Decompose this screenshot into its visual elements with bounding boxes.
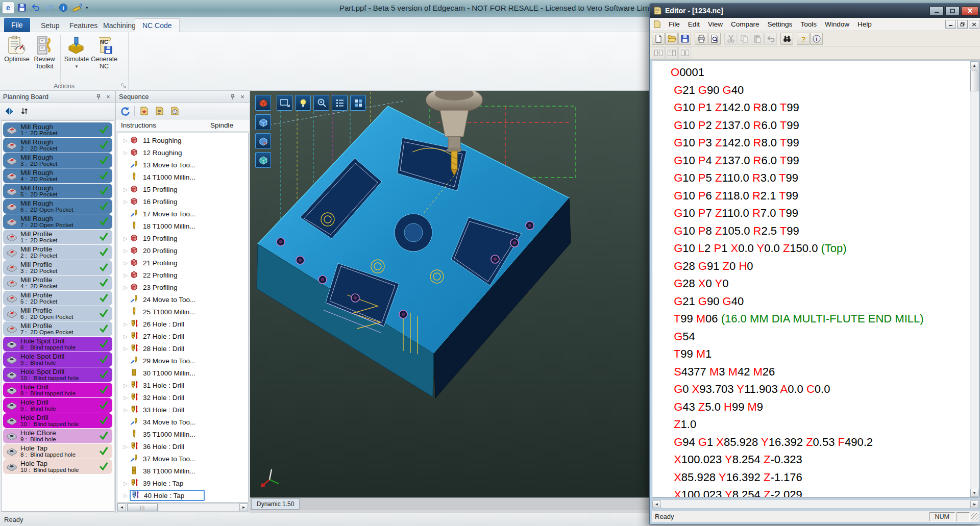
- scroll-left-arrow[interactable]: ◄: [117, 504, 126, 511]
- menu-file[interactable]: File: [665, 19, 684, 30]
- close-icon[interactable]: ×: [238, 93, 247, 101]
- sequence-item[interactable]: 37 Move to Too...: [117, 453, 248, 465]
- editor-titlebar[interactable]: Editor - [1234.nc]: [650, 4, 980, 18]
- print-button[interactable]: [695, 33, 707, 45]
- planning-item[interactable]: Mill Rough3 : 2D Pocket: [3, 153, 112, 168]
- expand-arrow[interactable]: ▷: [121, 187, 130, 192]
- planning-item[interactable]: Hole Drill8 : Blind tapped hole: [3, 383, 112, 397]
- ribbon-button-simulate[interactable]: Simulate▼: [63, 34, 90, 70]
- flip-diamond-icon[interactable]: [3, 105, 15, 117]
- measure-help-icon[interactable]: ?: [71, 2, 83, 14]
- help-button[interactable]: ?: [797, 33, 810, 45]
- nc-code[interactable]: O0001 G21 G90 G40 G10 P1 Z142.0 R8.0 T99…: [652, 61, 970, 497]
- scroll-list-icon[interactable]: [153, 105, 165, 117]
- scroll-thumb[interactable]: |||: [127, 504, 158, 511]
- ribbon-button-generate-nc[interactable]: NCGenerate NC: [90, 34, 118, 70]
- sequence-item[interactable]: ▷11 Roughing: [117, 134, 248, 146]
- zoom-window-icon[interactable]: [313, 95, 329, 111]
- sequence-item[interactable]: ▷32 Hole : Drill: [117, 391, 248, 404]
- expand-arrow[interactable]: ▷: [121, 407, 130, 413]
- sequence-item[interactable]: 13 Move to Too...: [117, 159, 248, 171]
- sequence-item[interactable]: ▷12 Roughing: [117, 146, 248, 159]
- qat-overflow-icon[interactable]: ▾: [86, 5, 88, 10]
- sequence-item[interactable]: ▷22 Profiling: [117, 269, 248, 281]
- sequence-item[interactable]: ▷40 Hole : Tap: [117, 489, 248, 502]
- new-button[interactable]: [652, 33, 665, 45]
- planning-item[interactable]: Mill Profile7 : 2D Open Pocket: [3, 321, 112, 336]
- planning-item[interactable]: Mill Rough2 : 2D Pocket: [3, 138, 112, 153]
- sequence-item[interactable]: ▷27 Hole : Drill: [117, 330, 248, 342]
- sequence-hscrollbar[interactable]: ◄ ||| ►: [117, 503, 249, 512]
- sequence-item[interactable]: ▷19 Profiling: [117, 232, 248, 244]
- expand-arrow[interactable]: ▷: [121, 248, 130, 254]
- view-tab-dynamic[interactable]: Dynamic 1.50: [251, 498, 300, 510]
- column-instructions[interactable]: Instructions: [116, 121, 210, 129]
- scroll-clock-icon[interactable]: [168, 105, 181, 117]
- sequence-item[interactable]: ▷23 Profiling: [117, 281, 248, 293]
- planning-item[interactable]: Mill Rough5 : 2D Pocket: [3, 184, 112, 198]
- scroll-up-arrow[interactable]: ▲: [970, 61, 978, 69]
- sequence-item[interactable]: ▷31 Hole : Drill: [117, 379, 248, 391]
- sequence-item[interactable]: ▷21 Profiling: [117, 257, 248, 269]
- sequence-item[interactable]: ▷15 Profiling: [117, 183, 248, 195]
- sequence-item[interactable]: ▷28 Hole : Drill: [117, 342, 248, 355]
- expand-arrow[interactable]: ▷: [121, 272, 130, 278]
- scroll-down-arrow[interactable]: ▼: [970, 489, 978, 497]
- planning-item[interactable]: Mill Rough7 : 2D Open Pocket: [3, 214, 112, 229]
- redo-icon[interactable]: [43, 2, 56, 14]
- planning-item[interactable]: Mill Profile6 : 2D Open Pocket: [3, 306, 112, 321]
- close-icon[interactable]: ×: [104, 93, 112, 101]
- expand-arrow[interactable]: ▷: [121, 199, 130, 205]
- sequence-item[interactable]: 24 Move to Too...: [117, 293, 248, 306]
- machine-sim-icon[interactable]: [255, 95, 271, 111]
- expand-arrow[interactable]: ▷: [121, 395, 130, 400]
- sequence-item[interactable]: ▷39 Hole : Tap: [117, 477, 248, 489]
- scroll-star-icon[interactable]: [138, 105, 150, 117]
- mdi-minimize-button[interactable]: [945, 20, 956, 29]
- expand-arrow[interactable]: ▷: [121, 444, 130, 449]
- sequence-item[interactable]: 38 T1000 Millin...: [117, 465, 248, 477]
- menu-help[interactable]: Help: [853, 19, 876, 30]
- expand-arrow[interactable]: ▷: [121, 138, 130, 143]
- menu-tools[interactable]: Tools: [796, 19, 821, 30]
- ribbon-button-optimise[interactable]: Optimise: [3, 34, 31, 63]
- planning-item[interactable]: Mill Profile2 : 2D Pocket: [3, 245, 112, 260]
- stock-view-icon[interactable]: [255, 152, 271, 168]
- ribbon-button-review-toolkit[interactable]: Review Toolkit: [31, 34, 58, 70]
- menu-view[interactable]: View: [704, 19, 727, 30]
- sequence-item[interactable]: ▷20 Profiling: [117, 244, 248, 257]
- new-window-icon[interactable]: [277, 95, 292, 111]
- sequence-item[interactable]: 35 T1000 Millin...: [117, 428, 248, 440]
- planning-item[interactable]: Mill Profile4 : 2D Pocket: [3, 275, 112, 290]
- grid-snap-icon[interactable]: [350, 95, 366, 111]
- planning-item[interactable]: Mill Rough4 : 2D Pocket: [3, 168, 112, 183]
- column-spindle[interactable]: Spindle: [210, 121, 233, 129]
- planning-item[interactable]: Hole Drill10 : Blind tapped hole: [3, 413, 112, 428]
- code-editor-area[interactable]: O0001 G21 G90 G40 G10 P1 Z142.0 R8.0 T99…: [652, 61, 979, 497]
- menu-compare[interactable]: Compare: [727, 19, 764, 30]
- planning-item[interactable]: Mill Profile5 : 2D Pocket: [3, 291, 112, 306]
- open-button[interactable]: [665, 33, 678, 45]
- preview-button[interactable]: [708, 33, 721, 45]
- sequence-item[interactable]: ▷36 Hole : Drill: [117, 440, 248, 453]
- expand-arrow[interactable]: ▷: [121, 383, 130, 388]
- expand-arrow[interactable]: ▷: [121, 493, 130, 498]
- planning-item[interactable]: Mill Profile3 : 2D Pocket: [3, 260, 112, 275]
- sort-arrows-icon[interactable]: [18, 105, 31, 117]
- expand-arrow[interactable]: ▷: [121, 321, 130, 327]
- about-button[interactable]: i: [810, 33, 823, 45]
- sequence-item[interactable]: ▷16 Profiling: [117, 195, 248, 208]
- expand-arrow[interactable]: ▷: [121, 236, 130, 241]
- planning-item[interactable]: Hole CBore9 : Blind hole: [3, 429, 112, 443]
- tab-setup[interactable]: Setup: [34, 18, 67, 32]
- expand-arrow[interactable]: ▷: [121, 481, 130, 486]
- pin-icon[interactable]: [229, 93, 237, 101]
- vscroll-thumb[interactable]: [970, 70, 978, 91]
- menu-edit[interactable]: Edit: [684, 19, 704, 30]
- sequence-item[interactable]: 14 T1000 Millin...: [117, 171, 248, 183]
- solid-view-icon[interactable]: [255, 114, 271, 130]
- mdi-close-button[interactable]: [969, 20, 979, 29]
- solid-select-icon[interactable]: [255, 133, 271, 149]
- pin-icon[interactable]: [94, 93, 103, 101]
- planning-item[interactable]: Hole Drill9 : Blind hole: [3, 398, 112, 413]
